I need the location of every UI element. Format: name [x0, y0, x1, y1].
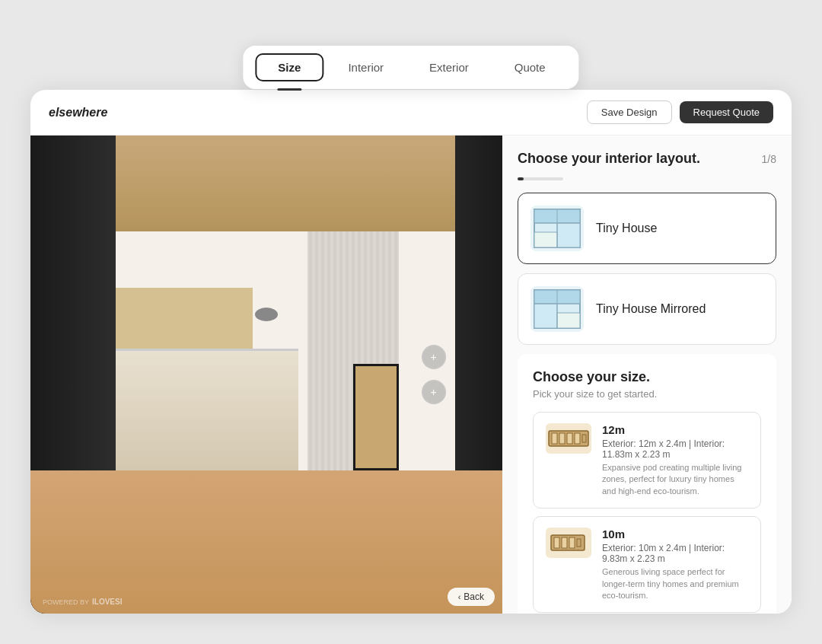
logo: elsewhere [49, 106, 107, 120]
section-count: 1/8 [762, 153, 776, 165]
main-panel: elsewhere Save Design Request Quote [30, 90, 792, 614]
svg-rect-17 [582, 435, 586, 442]
floor [30, 470, 502, 614]
tiny-house-thumbnail [530, 206, 584, 251]
nav-dots [422, 345, 446, 404]
room-background [30, 135, 502, 614]
tab-interior[interactable]: Interior [327, 53, 405, 81]
tiny-house-floorplan-icon [530, 206, 584, 251]
header: elsewhere Save Design Request Quote [30, 90, 792, 135]
tab-exterior[interactable]: Exterior [408, 53, 490, 81]
3d-viewer[interactable]: POWERED BY ILOVESI ‹ Back [30, 135, 502, 614]
size-section-title: Choose your size. [533, 369, 761, 385]
header-actions: Save Design Request Quote [587, 100, 773, 124]
svg-rect-9 [557, 313, 580, 328]
svg-rect-13 [552, 433, 557, 444]
size-icon-12m [547, 425, 590, 452]
size-section-subtitle: Pick your size to get started. [533, 388, 761, 400]
size-dims-12m: Exterior: 12m x 2.4m | Interior: 11.83m … [602, 438, 748, 460]
tab-quote[interactable]: Quote [493, 53, 567, 81]
size-info-12m: 12m Exterior: 12m x 2.4m | Interior: 11.… [602, 423, 748, 497]
tab-size[interactable]: Size [255, 53, 323, 81]
tiny-house-mirrored-label: Tiny House Mirrored [596, 302, 706, 316]
powered-by: POWERED BY ILOVESI [43, 598, 122, 606]
svg-rect-15 [567, 433, 572, 444]
app-container: Size Interior Exterior Quote elsewhere S… [0, 0, 822, 644]
tiny-house-mirrored-floorplan-icon [530, 286, 584, 332]
layout-card-tiny-house[interactable]: Tiny House [518, 193, 776, 264]
progress-bar-container [518, 177, 563, 180]
request-quote-button[interactable]: Request Quote [680, 101, 773, 123]
kitchen-upper [116, 288, 253, 349]
size-section: Choose your size. Pick your size to get … [518, 354, 776, 614]
tiny-house-label: Tiny House [596, 222, 657, 235]
size-desc-12m: Expansive pod creating multiple living z… [602, 462, 748, 497]
svg-rect-16 [575, 433, 580, 444]
size-label-10m: 10m [602, 528, 748, 540]
nav-dot-2[interactable] [422, 380, 446, 404]
size-desc-10m: Generous living space perfect for longer… [602, 566, 748, 601]
section-header: Choose your interior layout. 1/8 [518, 151, 776, 167]
size-icon-10m [547, 529, 590, 556]
ceiling-light [255, 308, 278, 321]
save-design-button[interactable]: Save Design [587, 100, 672, 124]
section-title: Choose your interior layout. [518, 151, 700, 167]
progress-bar-fill [518, 177, 524, 180]
svg-rect-14 [559, 433, 565, 444]
size-card-10m[interactable]: 10m Exterior: 10m x 2.4m | Interior: 9.8… [533, 516, 761, 613]
size-label-12m: 12m [602, 423, 748, 436]
tiny-house-mirrored-thumbnail [530, 286, 584, 332]
svg-rect-2 [557, 223, 580, 247]
viewer-area: POWERED BY ILOVESI ‹ Back [30, 135, 502, 614]
body-area: POWERED BY ILOVESI ‹ Back Choose your in… [30, 135, 792, 614]
back-button[interactable]: ‹ Back [448, 588, 495, 606]
size-info-10m: 10m Exterior: 10m x 2.4m | Interior: 9.8… [602, 528, 748, 601]
svg-rect-21 [569, 537, 575, 548]
tab-bar: Size Interior Exterior Quote [243, 46, 578, 89]
size-thumbnail-10m [546, 528, 591, 558]
nav-dot-1[interactable] [422, 345, 446, 369]
svg-rect-20 [562, 537, 567, 548]
right-panel: Choose your interior layout. 1/8 [502, 135, 792, 614]
svg-rect-22 [577, 539, 581, 547]
svg-rect-19 [554, 537, 559, 548]
size-thumbnail-12m [546, 423, 591, 454]
size-dims-10m: Exterior: 10m x 2.4m | Interior: 9.83m x… [602, 543, 748, 564]
back-door [353, 364, 399, 470]
svg-rect-3 [534, 232, 557, 247]
layout-card-tiny-house-mirrored[interactable]: Tiny House Mirrored [518, 273, 776, 345]
kitchen-counter [116, 349, 298, 470]
svg-rect-8 [534, 304, 557, 328]
size-card-12m[interactable]: 12m Exterior: 12m x 2.4m | Interior: 11.… [533, 412, 761, 509]
